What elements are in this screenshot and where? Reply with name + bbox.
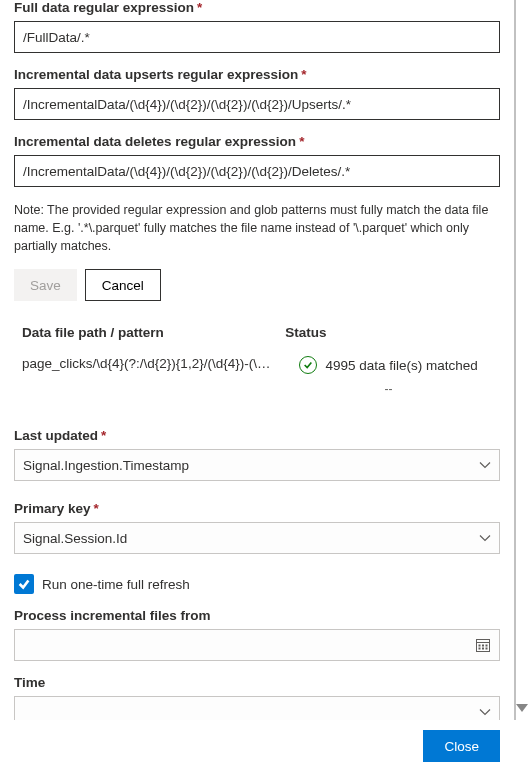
full-regex-label: Full data regular expression* bbox=[14, 0, 500, 15]
header-path: Data file path / pattern bbox=[22, 325, 285, 340]
scrollbar-track[interactable] bbox=[514, 0, 516, 720]
last-updated-select[interactable]: Signal.Ingestion.Timestamp bbox=[14, 449, 500, 481]
table-header-row: Data file path / pattern Status bbox=[14, 319, 500, 346]
close-button[interactable]: Close bbox=[423, 730, 500, 762]
chevron-down-icon bbox=[479, 532, 491, 544]
status-text: 4995 data file(s) matched bbox=[325, 358, 477, 373]
time-label: Time bbox=[14, 675, 500, 690]
svg-rect-4 bbox=[486, 645, 488, 647]
chevron-down-icon bbox=[479, 706, 491, 718]
success-icon bbox=[299, 356, 317, 374]
primary-key-label: Primary key* bbox=[14, 501, 500, 516]
scroll-down-indicator[interactable] bbox=[516, 704, 528, 712]
primary-key-select[interactable]: Signal.Session.Id bbox=[14, 522, 500, 554]
save-button: Save bbox=[14, 269, 77, 301]
cell-status: 4995 data file(s) matched -- bbox=[285, 356, 492, 396]
upserts-regex-label: Incremental data upserts regular express… bbox=[14, 67, 500, 82]
svg-rect-6 bbox=[482, 648, 484, 650]
primary-key-value: Signal.Session.Id bbox=[23, 531, 479, 546]
status-extra: -- bbox=[385, 382, 393, 396]
regex-buttons: Save Cancel bbox=[14, 269, 500, 301]
match-table: Data file path / pattern Status page_cli… bbox=[14, 319, 500, 406]
calendar-icon bbox=[475, 637, 491, 653]
svg-rect-3 bbox=[482, 645, 484, 647]
last-updated-value: Signal.Ingestion.Timestamp bbox=[23, 458, 479, 473]
settings-pane: Full data regular expression* Incrementa… bbox=[0, 0, 514, 720]
svg-rect-7 bbox=[486, 648, 488, 650]
table-row: page_clicks/\d{4}(?:/\d{2}){1,2}/(\d{4})… bbox=[14, 346, 500, 406]
svg-rect-5 bbox=[479, 648, 481, 650]
full-refresh-checkbox-row[interactable]: Run one-time full refresh bbox=[14, 574, 500, 594]
process-from-input[interactable] bbox=[14, 629, 500, 661]
last-updated-label: Last updated* bbox=[14, 428, 500, 443]
footer: Close bbox=[0, 720, 514, 762]
full-refresh-checkbox[interactable] bbox=[14, 574, 34, 594]
regex-note: Note: The provided regular expression an… bbox=[14, 201, 500, 255]
header-status: Status bbox=[285, 325, 492, 340]
full-refresh-label: Run one-time full refresh bbox=[42, 577, 190, 592]
scrollable-content: Full data regular expression* Incrementa… bbox=[14, 0, 500, 720]
upserts-regex-input[interactable] bbox=[14, 88, 500, 120]
time-select[interactable] bbox=[14, 696, 500, 720]
cell-path: page_clicks/\d{4}(?:/\d{2}){1,2}/(\d{4})… bbox=[22, 356, 285, 371]
svg-rect-2 bbox=[479, 645, 481, 647]
cancel-button[interactable]: Cancel bbox=[85, 269, 161, 301]
deletes-regex-label: Incremental data deletes regular express… bbox=[14, 134, 500, 149]
full-regex-input[interactable] bbox=[14, 21, 500, 53]
deletes-regex-input[interactable] bbox=[14, 155, 500, 187]
chevron-down-icon bbox=[479, 459, 491, 471]
process-from-label: Process incremental files from bbox=[14, 608, 500, 623]
